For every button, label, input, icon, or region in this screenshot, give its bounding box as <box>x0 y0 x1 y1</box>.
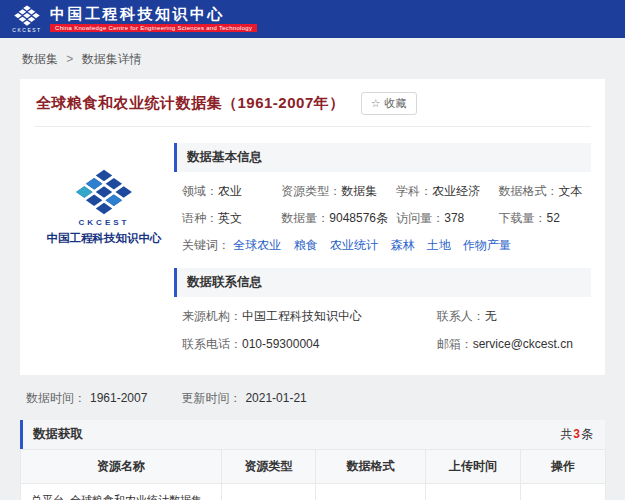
data-format: xlsx(11.10 KB) <box>316 484 426 500</box>
actions-cell <box>521 484 606 500</box>
dataset-title: 全球粮食和农业统计数据集（1961-2007年） <box>36 94 345 113</box>
keyword-link[interactable]: 粮食 <box>294 238 318 252</box>
col-resource-name: 资源名称 <box>21 450 222 484</box>
basic-info-title: 数据基本信息 <box>187 150 262 164</box>
col-actions: 操作 <box>521 450 606 484</box>
dataset-logo: CKCEST 中国工程科技知识中心 <box>34 143 174 355</box>
site-subtitle: China Knowledge Centre for Engineering S… <box>50 24 257 32</box>
field-subject: 学科：农业经济 <box>396 183 498 200</box>
field-resource-type: 资源类型：数据集 <box>281 183 396 200</box>
site-title-block: 中国工程科技知识中心 China Knowledge Centre for En… <box>50 6 257 33</box>
field-visits: 访问量：378 <box>396 210 498 227</box>
field-data-volume: 数据量：9048576条 <box>281 210 396 227</box>
favorite-label: 收藏 <box>385 96 407 111</box>
dataset-detail-card: 全球粮食和农业统计数据集（1961-2007年） ☆ 收藏 CKCEST 中国工… <box>20 79 605 375</box>
acquisition-count: 共3条 <box>560 426 593 443</box>
resource-type: 样例数据 <box>222 484 316 500</box>
site-header: CKCEST 中国工程科技知识中心 China Knowledge Centre… <box>0 0 625 38</box>
section-contact-info: 数据联系信息 <box>174 268 591 297</box>
breadcrumb: 数据集 > 数据集详情 <box>0 38 625 79</box>
table-header-row: 资源名称 资源类型 数据格式 上传时间 操作 <box>21 450 606 484</box>
field-domain: 领域：农业 <box>182 183 281 200</box>
site-title: 中国工程科技知识中心 <box>50 6 225 23</box>
field-contact-person: 联系人：无 <box>437 308 591 325</box>
star-icon: ☆ <box>371 97 381 110</box>
col-resource-type: 资源类型 <box>222 450 316 484</box>
section-basic-info: 数据基本信息 <box>174 143 591 172</box>
field-source-org: 来源机构：中国工程科技知识中心 <box>182 308 437 325</box>
acquisition-title: 数据获取 <box>33 426 83 443</box>
dataset-update-time: 更新时间：2021-01-21 <box>181 390 306 407</box>
count-number: 3 <box>572 427 581 441</box>
site-logo-text: CKCEST <box>12 27 41 33</box>
dataset-detail-body: CKCEST 中国工程科技知识中心 数据基本信息 领域：农业 资源类型：数据集 … <box>34 127 591 375</box>
resource-table: 资源名称 资源类型 数据格式 上传时间 操作 总平台_全球粮食和农业统计数据集（… <box>20 449 606 500</box>
col-upload-time: 上传时间 <box>426 450 521 484</box>
dataset-logo-icon <box>71 169 137 215</box>
keyword-link[interactable]: 森林 <box>390 238 414 252</box>
keyword-link[interactable]: 农业统计 <box>330 238 378 252</box>
breadcrumb-datasets-link[interactable]: 数据集 <box>22 52 58 66</box>
breadcrumb-current: 数据集详情 <box>82 52 142 66</box>
dataset-logo-caption: 中国工程科技知识中心 <box>47 231 162 246</box>
keywords-row: 关键词： 全球农业 粮食 农业统计 森林 土地 作物产量 <box>182 237 591 254</box>
dataset-meta-row: 数据时间：1961-2007 更新时间：2021-01-21 <box>26 390 605 407</box>
field-email: 邮箱：service@ckcest.cn <box>437 336 591 353</box>
keyword-link[interactable]: 土地 <box>427 238 451 252</box>
breadcrumb-separator: > <box>66 52 73 66</box>
site-logo[interactable]: CKCEST <box>12 5 42 33</box>
data-acquisition-card: 数据获取 共3条 资源名称 资源类型 数据格式 上传时间 操作 总平台_全球粮食… <box>20 420 605 500</box>
col-data-format: 数据格式 <box>316 450 426 484</box>
dataset-logo-brand: CKCEST <box>79 218 130 227</box>
resource-name: 总平台_全球粮食和农业统计数据集（1961-2007）-FAO-样例数据 <box>21 484 222 500</box>
dataset-time: 数据时间：1961-2007 <box>26 390 147 407</box>
basic-info-grid: 领域：农业 资源类型：数据集 学科：农业经济 数据格式：文本 语种：英文 数据量… <box>182 183 591 227</box>
field-phone: 联系电话：010-59300004 <box>182 336 437 353</box>
field-language: 语种：英文 <box>182 210 281 227</box>
dataset-info-column: 数据基本信息 领域：农业 资源类型：数据集 学科：农业经济 数据格式：文本 语种… <box>174 143 591 355</box>
upload-time: 2021-01-21 <box>426 484 521 500</box>
field-downloads: 下载量：52 <box>498 210 591 227</box>
contact-info-grid: 来源机构：中国工程科技知识中心 联系人：无 联系电话：010-59300004 … <box>182 308 591 353</box>
dataset-title-row: 全球粮食和农业统计数据集（1961-2007年） ☆ 收藏 <box>34 79 591 126</box>
field-data-format: 数据格式：文本 <box>498 183 591 200</box>
contact-info-title: 数据联系信息 <box>187 275 262 289</box>
table-row: 总平台_全球粮食和农业统计数据集（1961-2007）-FAO-样例数据 样例数… <box>21 484 606 500</box>
keyword-link[interactable]: 作物产量 <box>463 238 511 252</box>
keywords-label: 关键词： <box>182 238 230 252</box>
data-acquisition-header: 数据获取 共3条 <box>20 420 605 449</box>
favorite-button[interactable]: ☆ 收藏 <box>361 92 417 115</box>
keyword-link[interactable]: 全球农业 <box>233 238 281 252</box>
ckcest-logo-icon <box>12 5 42 26</box>
